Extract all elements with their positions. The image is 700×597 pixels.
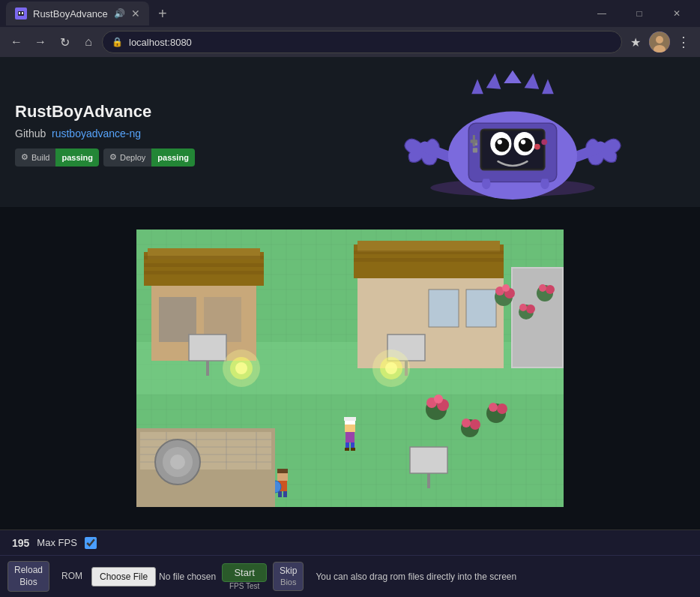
github-link[interactable]: rustboyadvance-ng [52,128,141,140]
svg-point-67 [434,394,443,404]
avatar[interactable] [649,32,670,52]
svg-point-72 [497,404,507,414]
svg-marker-10 [504,70,521,83]
svg-point-5 [656,36,663,44]
rom-label: ROM [55,568,88,586]
svg-rect-85 [351,442,354,448]
app-title: RustBoyAdvance [15,102,195,122]
build-badge-label: ⚙ Build [15,148,55,166]
close-button[interactable]: ✕ [660,2,694,26]
max-fps-label: Max FPS [37,537,76,548]
svg-marker-12 [542,80,554,94]
svg-rect-28 [471,140,477,143]
maximize-button[interactable]: □ [622,2,657,26]
svg-rect-3 [22,12,23,14]
github-label: Github [15,128,46,140]
deploy-icon: ⚙ [109,152,117,162]
new-tab-button[interactable]: + [152,3,173,24]
svg-rect-90 [277,469,288,473]
svg-rect-37 [144,271,264,274]
drag-hint: You can also drag rom files directly int… [316,572,516,582]
tab-close-button[interactable]: ✕ [131,8,140,20]
window-controls: — □ ✕ [585,2,694,26]
minimize-button[interactable]: — [585,2,619,26]
header-section: RustBoyAdvance Github rustboyadvance-ng … [0,57,700,207]
back-button[interactable]: ← [6,32,27,52]
start-fps-group: Start FPS Test [222,563,267,590]
address-bar[interactable]: 🔒 localhost:8080 [102,31,622,53]
svg-rect-35 [144,256,264,260]
bios-sub-label: Bios [19,577,37,589]
svg-marker-11 [525,74,540,89]
github-icon: ⚙ [21,152,28,162]
svg-point-60 [519,304,527,311]
url-text: localhost:8080 [129,37,192,48]
browser-tab[interactable]: RustBoyAdvance 🔊 ✕ [6,2,149,26]
svg-point-63 [539,284,546,292]
svg-point-21 [498,140,502,144]
svg-rect-49 [466,290,496,327]
svg-point-73 [489,403,498,412]
svg-rect-46 [354,258,504,262]
svg-point-76 [235,362,247,374]
build-badge-value: passing [55,148,99,166]
reload-bios-button[interactable]: Reload Bios [7,561,49,592]
svg-point-59 [526,304,535,314]
tab-audio-icon[interactable]: 🔊 [114,8,125,19]
fps-value: 195 [12,537,29,549]
svg-rect-87 [351,448,355,451]
svg-point-70 [462,418,471,428]
svg-rect-36 [144,263,264,267]
svg-rect-95 [427,473,430,488]
bios-label: Bios [280,577,296,587]
svg-point-19 [495,138,510,152]
reload-label: Reload [14,565,43,577]
title-bar: RustBoyAdvance 🔊 ✕ + — □ ✕ [0,0,700,27]
svg-rect-80 [346,432,354,442]
game-scene-svg [136,230,564,507]
svg-rect-84 [346,442,349,448]
bottom-controls: Reload Bios ROM Choose File No file chos… [0,555,700,597]
skip-label: Skip [280,566,297,578]
bookmark-button[interactable]: ★ [625,32,646,52]
svg-rect-2 [19,12,20,14]
svg-point-57 [502,284,510,292]
svg-point-20 [519,138,533,152]
tab-title: RustBoyAdvance [33,8,108,20]
svg-rect-42 [206,361,209,376]
choose-file-button[interactable]: Choose File [91,567,156,586]
svg-rect-86 [345,448,349,451]
status-bar: 195 Max FPS [0,530,700,555]
svg-rect-16 [482,130,543,168]
svg-rect-41 [189,334,226,361]
lock-icon: 🔒 [112,37,123,47]
max-fps-checkbox[interactable] [85,537,97,549]
github-link-container: Github rustboyadvance-ng [15,128,195,140]
svg-rect-53 [513,268,562,367]
forward-button[interactable]: → [30,32,51,52]
svg-rect-26 [473,148,477,152]
svg-point-23 [534,144,540,150]
game-area [0,207,700,530]
svg-rect-94 [410,447,447,473]
svg-rect-48 [429,290,459,327]
mascot-svg [378,57,648,207]
svg-point-69 [470,419,480,430]
svg-point-22 [521,140,525,144]
svg-point-62 [546,285,555,294]
start-button[interactable]: Start [222,563,267,582]
svg-point-24 [541,139,547,145]
home-button[interactable]: ⌂ [78,32,99,52]
svg-rect-83 [344,417,356,421]
game-canvas[interactable] [136,230,564,507]
menu-button[interactable]: ⋮ [673,32,694,52]
file-input-area: ROM Choose File No file chosen [55,567,216,586]
page-content: RustBoyAdvance Github rustboyadvance-ng … [0,57,700,597]
deploy-badge: ⚙ Deploy passing [103,148,195,166]
refresh-button[interactable]: ↻ [54,32,75,52]
skip-bios-group[interactable]: Skip Bios [273,562,304,592]
mascot-container [340,57,685,207]
svg-rect-44 [357,241,500,252]
svg-rect-91 [278,491,282,497]
svg-point-79 [385,362,397,374]
